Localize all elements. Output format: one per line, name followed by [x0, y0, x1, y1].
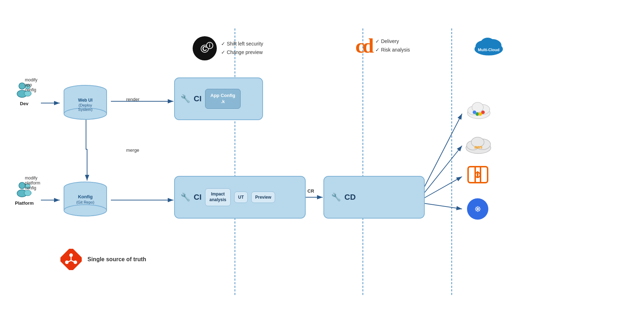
merge-label: merge — [126, 147, 139, 153]
render-label: render — [126, 97, 140, 102]
svg-text:Konfig: Konfig — [78, 194, 92, 199]
svg-text:aws: aws — [474, 145, 483, 150]
ci-logo-section: © i ✓ Shift left security ✓ Change previ… — [192, 36, 263, 61]
svg-point-26 — [24, 190, 31, 196]
aws-cloud: aws — [464, 134, 493, 156]
svg-text:System): System) — [78, 107, 92, 112]
svg-text:(Git Repo): (Git Repo) — [76, 200, 95, 204]
svg-point-39 — [64, 205, 107, 216]
ci-bottom-title: CI — [194, 193, 202, 202]
multicloud-icon: Multi-Cloud — [473, 32, 505, 57]
diagram: { "title": "GitOps CI/CD Pipeline Diagra… — [0, 0, 644, 317]
git-label: Single source of truth — [87, 256, 146, 263]
chip-ut: UT — [234, 192, 248, 203]
svg-line-16 — [424, 146, 462, 194]
svg-point-19 — [19, 83, 25, 89]
gcp-cloud — [466, 99, 492, 122]
cd-title: CD — [344, 193, 356, 202]
konfig-db: Konfig (Git Repo) — [60, 181, 110, 217]
git-section: Single source of truth — [60, 249, 146, 270]
svg-line-17 — [424, 177, 462, 198]
platform-action-label: modifyplatformconfig — [25, 176, 40, 190]
dashed-line-cloud — [451, 28, 452, 295]
svg-text:(Deploy: (Deploy — [79, 103, 92, 107]
svg-line-18 — [424, 203, 462, 209]
ci-logo-icon: © i — [192, 36, 218, 61]
git-icon — [60, 249, 82, 270]
ci-bottom-box: 🔧 CI Impactanalysis UT Preview — [174, 176, 306, 219]
svg-text:⎈: ⎈ — [475, 203, 481, 214]
svg-point-49 — [481, 111, 485, 114]
cd-checks: ✓ Delivery ✓ Risk analysis — [375, 37, 410, 54]
cd-box: 🔧 CD — [323, 176, 425, 219]
chip-impact: Impactanalysis — [205, 188, 231, 206]
cd-logo-icon: cd — [355, 36, 372, 56]
wrench-icon-ci-bottom: 🔧 — [181, 193, 190, 202]
svg-text:Multi-Cloud: Multi-Cloud — [478, 48, 499, 52]
ci-top-box: 🔧 CI App Config.k — [174, 77, 263, 120]
dev-label: Dev — [20, 101, 28, 106]
svg-point-64 — [69, 253, 73, 257]
chip-appconfig: App Config.k — [205, 89, 241, 109]
multicloud-section: Multi-Cloud — [473, 32, 505, 57]
ci-checks: ✓ Shift left security ✓ Change preview — [221, 40, 263, 57]
platform-label: Platform — [15, 200, 34, 206]
svg-point-23 — [19, 182, 25, 189]
webui-db: Web UI (Deploy System) — [60, 85, 110, 120]
azure-icon: + — [466, 165, 489, 186]
dashed-line-ci — [235, 28, 235, 295]
wrench-icon-cd: 🔧 — [331, 193, 341, 202]
wrench-icon-ci-top: 🔧 — [181, 94, 190, 103]
dashed-line-cd — [363, 28, 363, 295]
cr-label: CR — [307, 188, 314, 194]
svg-text:i: i — [209, 43, 210, 48]
chip-preview: Preview — [251, 192, 275, 203]
svg-line-15 — [424, 114, 462, 188]
svg-text:+: + — [476, 172, 479, 177]
kubernetes-icon: ⎈ — [466, 198, 489, 222]
dev-action-label: modifyappconfig — [25, 77, 37, 92]
svg-text:Web UI: Web UI — [78, 98, 92, 103]
ci-top-title: CI — [194, 94, 202, 103]
cd-logo-section: cd ✓ Delivery ✓ Risk analysis — [355, 36, 410, 56]
